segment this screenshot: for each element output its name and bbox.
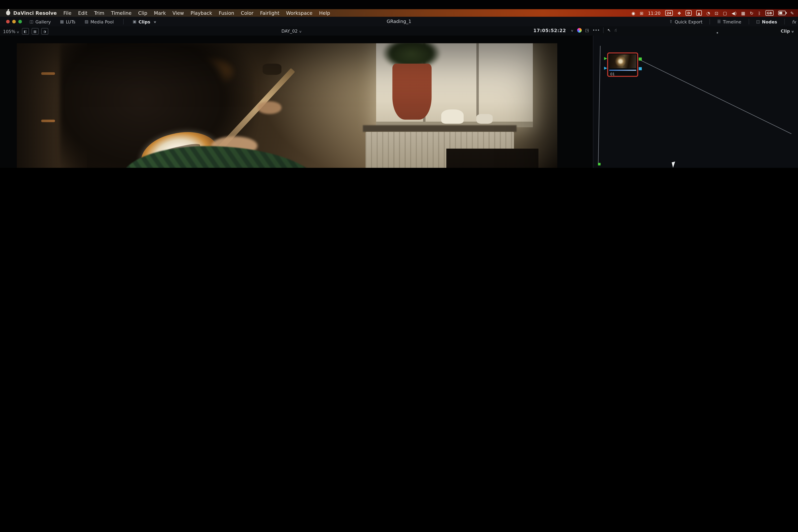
split-screen-icon[interactable]: ◑ xyxy=(41,28,48,35)
menu-edit[interactable]: Edit xyxy=(78,10,87,16)
menu-timeline[interactable]: Timeline xyxy=(111,10,132,16)
battery-icon[interactable] xyxy=(778,11,786,15)
calendar-menu-icon[interactable]: 24 xyxy=(665,10,673,16)
rgb-input-port[interactable] xyxy=(604,57,607,60)
menu-davinci-resolve[interactable]: DaVinci Resolve xyxy=(13,10,57,16)
menu-view[interactable]: View xyxy=(172,10,184,16)
node-connection-line xyxy=(639,59,792,134)
timeline-toggle-button[interactable]: ☰Timeline xyxy=(717,19,741,24)
menu-playback[interactable]: Playback xyxy=(191,10,212,16)
node-graph[interactable]: 01 xyxy=(593,36,798,168)
stylus-icon[interactable]: ✎ xyxy=(790,11,794,16)
node-number: 01 xyxy=(610,72,615,76)
quick-export-icon: ⇧ xyxy=(669,19,672,24)
app-menus: DaVinci ResolveFileEditTrimTimelineClipM… xyxy=(13,10,330,16)
key-output-port[interactable] xyxy=(639,67,642,70)
effects-button[interactable]: fx xyxy=(792,19,796,24)
rgb-output-port[interactable] xyxy=(639,57,642,60)
node-connection-line xyxy=(598,46,601,164)
desktop-screenshot: DaVinci ResolveFileEditTrimTimelineClipM… xyxy=(0,0,798,168)
creative-cloud-icon[interactable]: ◉ xyxy=(631,11,635,16)
grade-indicator-icon[interactable] xyxy=(577,28,582,33)
display-icon[interactable]: ⊡ xyxy=(715,11,718,16)
macos-menu-bar: DaVinci ResolveFileEditTrimTimelineClipM… xyxy=(0,9,798,17)
expand-viewer-icon[interactable]: ◳ xyxy=(585,28,589,33)
bluetooth-icon[interactable]: ᛒ xyxy=(758,11,761,16)
drive-icon[interactable]: ▲ xyxy=(696,10,702,16)
screen-mirroring-icon[interactable]: ⊞ xyxy=(640,11,644,16)
viewer-options-icon[interactable]: ••• xyxy=(592,28,600,33)
timeline-icon: ☰ xyxy=(717,19,721,24)
viewer-timecode[interactable]: 17:05:52:22 xyxy=(533,28,566,33)
timeline-select[interactable]: DAY_02∨ xyxy=(282,28,301,34)
apple-menu-icon[interactable] xyxy=(6,11,10,15)
menu-fusion[interactable]: Fusion xyxy=(219,10,234,16)
viewer-zoom-select[interactable]: 105%∨ xyxy=(3,29,19,34)
sync-icon[interactable]: ↻ xyxy=(750,11,754,16)
mouse-cursor xyxy=(672,162,677,168)
key-input-port[interactable] xyxy=(604,66,607,70)
quick-export-button[interactable]: ⇧Quick Export xyxy=(669,19,702,24)
nodes-icon: ◫ xyxy=(756,19,760,24)
pointer-tool-icon[interactable]: ↖ xyxy=(607,28,611,33)
docs-icon[interactable]: D xyxy=(686,10,691,16)
menu-workspace[interactable]: Workspace xyxy=(286,10,312,16)
menu-fairlight[interactable]: Fairlight xyxy=(260,10,279,16)
dark-app-icon[interactable]: ▢ xyxy=(723,11,727,16)
cpu-widget-icon[interactable]: ▦ xyxy=(741,11,745,16)
menubar-clock[interactable]: 11:20 xyxy=(648,11,661,16)
resolve-titlebar: ◫Gallery ▦LUTs ▨Media Pool ▣Clips∨ GRadi… xyxy=(0,17,798,27)
volume-icon[interactable]: ◀) xyxy=(732,11,737,16)
video-frame[interactable] xyxy=(17,43,557,168)
pie-menu-icon[interactable]: ◔ xyxy=(706,11,710,16)
node-thumbnail xyxy=(609,54,636,68)
dropbox-icon[interactable]: ❖ xyxy=(677,11,681,16)
viewer-area xyxy=(0,36,593,168)
source-output-port[interactable] xyxy=(598,163,601,165)
viewer-toolbar: 105%∨ ◧ ▦ ◑ DAY_02∨ 17:05:52:22 ∨ ◳ ••• … xyxy=(0,26,798,36)
menu-mark[interactable]: Mark xyxy=(154,10,166,16)
menu-color[interactable]: Color xyxy=(241,10,253,16)
corrector-node-01[interactable]: 01 xyxy=(607,52,638,77)
input-language-badge[interactable]: GB xyxy=(765,10,774,16)
menu-file[interactable]: File xyxy=(63,10,72,16)
menu-help[interactable]: Help xyxy=(319,10,330,16)
menu-clip[interactable]: Clip xyxy=(138,10,147,16)
menu-trim[interactable]: Trim xyxy=(94,10,104,16)
hand-tool-icon[interactable]: ☝ xyxy=(614,28,617,33)
node-graph-mode-select[interactable]: Clip∨ xyxy=(781,28,794,34)
single-clip-view-icon[interactable]: ◧ xyxy=(22,28,29,35)
grid-view-icon[interactable]: ▦ xyxy=(32,28,39,35)
menu-bar-status-icons: ◉⊞11:2024❖D▲◔⊡▢◀)▦↻ᛒGB✎ xyxy=(631,9,794,17)
nodes-toggle-button[interactable]: ◫Nodes xyxy=(756,19,777,24)
